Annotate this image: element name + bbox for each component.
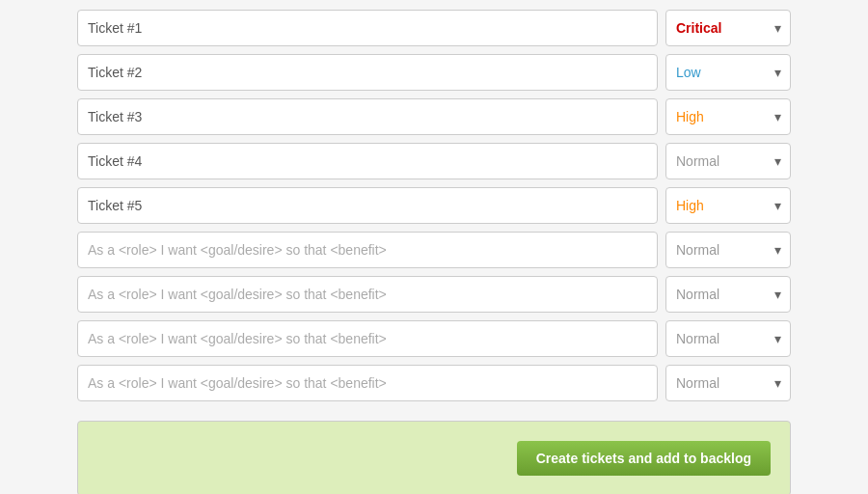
priority-select-4[interactable]: CriticalHighNormalLow xyxy=(665,143,791,179)
ticket-input-2[interactable] xyxy=(77,54,658,91)
priority-wrapper-5: CriticalHighNormalLow xyxy=(665,187,791,224)
priority-select-7[interactable]: CriticalHighNormalLow xyxy=(665,276,791,313)
ticket-row: CriticalHighNormalLow xyxy=(77,320,791,357)
priority-wrapper-6: CriticalHighNormalLow xyxy=(665,232,791,268)
ticket-row: CriticalHighNormalLow xyxy=(77,365,791,401)
ticket-input-3[interactable] xyxy=(77,98,658,135)
priority-select-2[interactable]: CriticalHighNormalLow xyxy=(665,54,791,91)
ticket-row: CriticalHighNormalLow xyxy=(77,187,791,224)
ticket-row: CriticalHighNormalLow xyxy=(77,143,791,179)
priority-wrapper-9: CriticalHighNormalLow xyxy=(665,365,791,401)
ticket-row: CriticalHighNormalLow xyxy=(77,54,791,91)
ticket-input-7[interactable] xyxy=(77,276,658,313)
priority-wrapper-7: CriticalHighNormalLow xyxy=(665,276,791,313)
priority-select-1[interactable]: CriticalHighNormalLow xyxy=(665,10,791,46)
priority-select-3[interactable]: CriticalHighNormalLow xyxy=(665,98,791,135)
ticket-input-8[interactable] xyxy=(77,320,658,357)
ticket-row: CriticalHighNormalLow xyxy=(77,10,791,46)
ticket-input-9[interactable] xyxy=(77,365,658,401)
footer-bar: Create tickets and add to backlog xyxy=(77,421,791,494)
ticket-input-4[interactable] xyxy=(77,143,658,179)
priority-wrapper-3: CriticalHighNormalLow xyxy=(665,98,791,135)
create-tickets-button[interactable]: Create tickets and add to backlog xyxy=(517,441,771,476)
priority-select-8[interactable]: CriticalHighNormalLow xyxy=(665,320,791,357)
priority-wrapper-8: CriticalHighNormalLow xyxy=(665,320,791,357)
priority-wrapper-1: CriticalHighNormalLow xyxy=(665,10,791,46)
ticket-input-5[interactable] xyxy=(77,187,658,224)
ticket-input-6[interactable] xyxy=(77,232,658,268)
ticket-row: CriticalHighNormalLow xyxy=(77,98,791,135)
priority-select-5[interactable]: CriticalHighNormalLow xyxy=(665,187,791,224)
ticket-row: CriticalHighNormalLow xyxy=(77,232,791,268)
priority-wrapper-2: CriticalHighNormalLow xyxy=(665,54,791,91)
priority-wrapper-4: CriticalHighNormalLow xyxy=(665,143,791,179)
tickets-container: CriticalHighNormalLowCriticalHighNormalL… xyxy=(0,0,868,494)
priority-select-9[interactable]: CriticalHighNormalLow xyxy=(665,365,791,401)
ticket-row: CriticalHighNormalLow xyxy=(77,276,791,313)
ticket-input-1[interactable] xyxy=(77,10,658,46)
priority-select-6[interactable]: CriticalHighNormalLow xyxy=(665,232,791,268)
